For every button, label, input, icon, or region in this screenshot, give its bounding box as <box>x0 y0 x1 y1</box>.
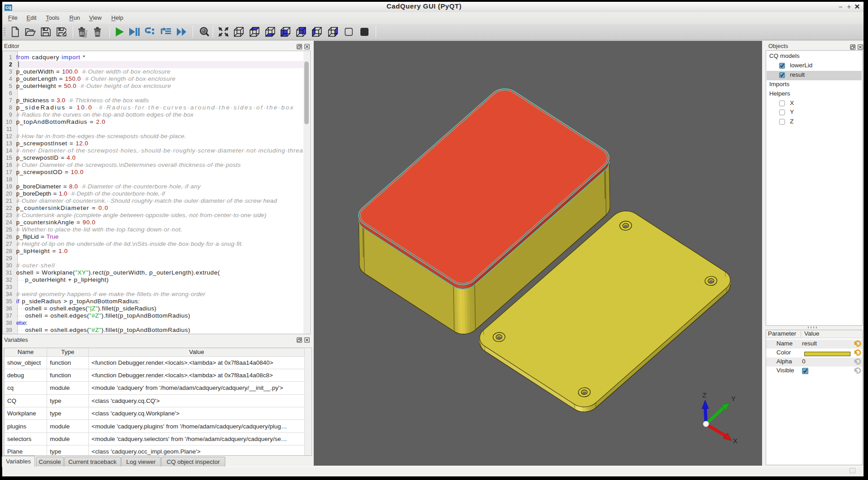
svg-text:X: X <box>733 437 737 445</box>
svg-text:Y: Y <box>731 395 736 402</box>
svg-text:Z: Z <box>702 391 706 399</box>
